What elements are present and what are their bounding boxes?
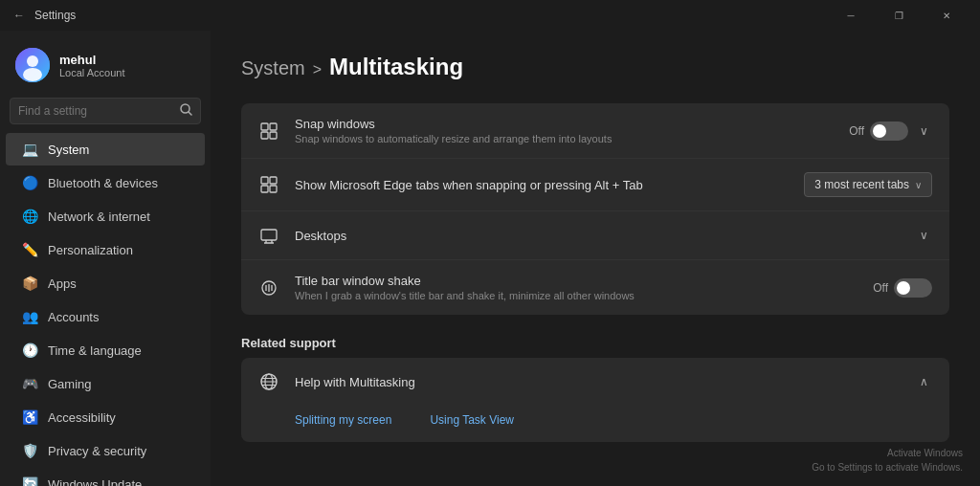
- setting-row-edge-tabs[interactable]: Show Microsoft Edge tabs when snapping o…: [241, 159, 949, 211]
- bluetooth-nav-icon: 🔵: [21, 174, 38, 191]
- content-area: System > Multitasking Snap windowsSnap w…: [211, 31, 980, 486]
- setting-row-snap-windows[interactable]: Snap windowsSnap windows to automaticall…: [241, 103, 949, 159]
- sidebar-item-privacy[interactable]: 🛡️Privacy & security: [6, 434, 205, 467]
- sidebar-item-label-accounts: Accounts: [48, 310, 99, 324]
- toggle-switch[interactable]: [870, 122, 908, 141]
- sidebar-item-system[interactable]: 💻System: [6, 133, 205, 166]
- help-row[interactable]: Help with Multitasking ∧: [241, 358, 949, 406]
- svg-rect-7: [261, 132, 268, 139]
- sidebar-item-label-network: Network & internet: [48, 210, 150, 224]
- sidebar-item-label-personalization: Personalization: [48, 243, 133, 257]
- titlebar-left: ← Settings: [11, 8, 76, 23]
- dropdown-control[interactable]: 3 most recent tabs∨: [804, 172, 932, 197]
- user-name: mehul: [59, 53, 125, 67]
- sidebar-item-personalization[interactable]: ✏️Personalization: [6, 233, 205, 266]
- title-bar-shake-icon: [258, 277, 279, 298]
- help-links: Splitting my screen Using Task View: [241, 406, 949, 442]
- setting-row-title-bar-shake[interactable]: Title bar window shakeWhen I grab a wind…: [241, 260, 949, 315]
- sidebar-item-accounts[interactable]: 👥Accounts: [6, 300, 205, 333]
- snap-windows-title: Snap windows: [295, 117, 834, 131]
- accounts-nav-icon: 👥: [21, 308, 38, 325]
- help-link-taskview[interactable]: Using Task View: [430, 413, 514, 427]
- edge-tabs-icon: [258, 174, 279, 195]
- edge-tabs-control: 3 most recent tabs∨: [804, 172, 932, 197]
- sidebar: mehul Local Account 💻System🔵Bluetooth & …: [0, 31, 211, 486]
- svg-rect-11: [261, 186, 268, 192]
- desktops-control: ∨: [916, 225, 932, 246]
- title-bar-shake-desc: When I grab a window's title bar and sha…: [295, 290, 858, 301]
- sidebar-item-label-gaming: Gaming: [48, 377, 92, 391]
- title-bar-shake-text: Title bar window shakeWhen I grab a wind…: [295, 274, 858, 301]
- sidebar-item-time[interactable]: 🕐Time & language: [6, 334, 205, 366]
- sidebar-item-label-update: Windows Update: [48, 477, 142, 487]
- user-info: mehul Local Account: [59, 53, 125, 78]
- svg-rect-6: [270, 123, 277, 130]
- accessibility-nav-icon: ♿: [21, 409, 38, 426]
- desktops-title: Desktops: [295, 229, 901, 243]
- avatar: [15, 48, 50, 82]
- page-header: System > Multitasking: [241, 54, 949, 80]
- sidebar-item-bluetooth[interactable]: 🔵Bluetooth & devices: [6, 166, 205, 199]
- related-support-title: Related support: [241, 320, 949, 358]
- minimize-button[interactable]: ─: [829, 0, 873, 31]
- user-role: Local Account: [59, 67, 125, 78]
- desktops-icon: [258, 225, 279, 246]
- svg-rect-5: [261, 123, 268, 130]
- sidebar-item-label-accessibility: Accessibility: [48, 410, 116, 425]
- related-support-card: Help with Multitasking ∧ Splitting my sc…: [241, 358, 949, 442]
- toggle-label: Off: [849, 124, 864, 138]
- apps-nav-icon: 📦: [21, 275, 38, 292]
- sidebar-item-label-privacy: Privacy & security: [48, 444, 146, 458]
- sidebar-item-label-apps: Apps: [48, 276, 77, 291]
- settings-list: Snap windowsSnap windows to automaticall…: [241, 103, 949, 315]
- svg-rect-8: [270, 132, 277, 139]
- main-layout: mehul Local Account 💻System🔵Bluetooth & …: [0, 31, 980, 486]
- setting-row-desktops[interactable]: Desktops∨: [241, 211, 949, 260]
- nav-list: 💻System🔵Bluetooth & devices🌐Network & in…: [0, 132, 211, 486]
- title-bar-shake-control: Off: [873, 278, 932, 298]
- sidebar-item-apps[interactable]: 📦Apps: [6, 267, 205, 299]
- desktops-text: Desktops: [295, 229, 901, 243]
- user-profile[interactable]: mehul Local Account: [0, 38, 211, 98]
- close-button[interactable]: ✕: [924, 0, 969, 31]
- desktops-expand-chevron[interactable]: ∨: [916, 225, 932, 246]
- sidebar-item-network[interactable]: 🌐Network & internet: [6, 200, 205, 232]
- svg-rect-10: [270, 177, 277, 184]
- search-icon: [180, 103, 192, 119]
- sidebar-item-accessibility[interactable]: ♿Accessibility: [6, 401, 205, 433]
- help-title: Help with Multitasking: [295, 375, 415, 389]
- snap-windows-expand-chevron[interactable]: ∨: [916, 121, 932, 142]
- gaming-nav-icon: 🎮: [21, 375, 38, 392]
- settings-card-main: Snap windowsSnap windows to automaticall…: [241, 103, 949, 315]
- toggle-switch[interactable]: [894, 278, 932, 298]
- toggle-label: Off: [873, 281, 888, 295]
- search-box[interactable]: [10, 98, 201, 124]
- edge-tabs-text: Show Microsoft Edge tabs when snapping o…: [295, 178, 789, 192]
- svg-rect-9: [261, 177, 268, 184]
- restore-button[interactable]: ❐: [877, 0, 921, 31]
- dropdown-chevron-icon: ∨: [915, 180, 922, 190]
- app-title: Settings: [34, 9, 76, 22]
- sidebar-item-gaming[interactable]: 🎮Gaming: [6, 367, 205, 400]
- svg-line-4: [189, 112, 191, 115]
- svg-point-1: [27, 55, 38, 67]
- edge-tabs-title: Show Microsoft Edge tabs when snapping o…: [295, 178, 789, 192]
- help-link-splitting[interactable]: Splitting my screen: [295, 413, 391, 427]
- svg-point-2: [23, 68, 42, 81]
- help-collapse-chevron[interactable]: ∧: [916, 371, 932, 392]
- help-globe-icon: [258, 371, 279, 392]
- personalization-nav-icon: ✏️: [21, 241, 38, 258]
- titlebar: ← Settings ─ ❐ ✕: [0, 0, 980, 31]
- sidebar-item-label-system: System: [48, 143, 89, 157]
- snap-windows-control: Off∨: [849, 121, 932, 142]
- search-input[interactable]: [18, 104, 174, 118]
- sidebar-item-update[interactable]: 🔄Windows Update: [6, 468, 205, 486]
- privacy-nav-icon: 🛡️: [21, 442, 38, 459]
- snap-windows-icon: [258, 121, 279, 142]
- dropdown-label: 3 most recent tabs: [814, 178, 909, 191]
- title-bar-shake-title: Title bar window shake: [295, 274, 858, 288]
- back-button[interactable]: ←: [11, 8, 27, 23]
- breadcrumb-system[interactable]: System: [241, 57, 305, 79]
- snap-windows-desc: Snap windows to automatically resize and…: [295, 133, 834, 144]
- snap-windows-text: Snap windowsSnap windows to automaticall…: [295, 117, 834, 144]
